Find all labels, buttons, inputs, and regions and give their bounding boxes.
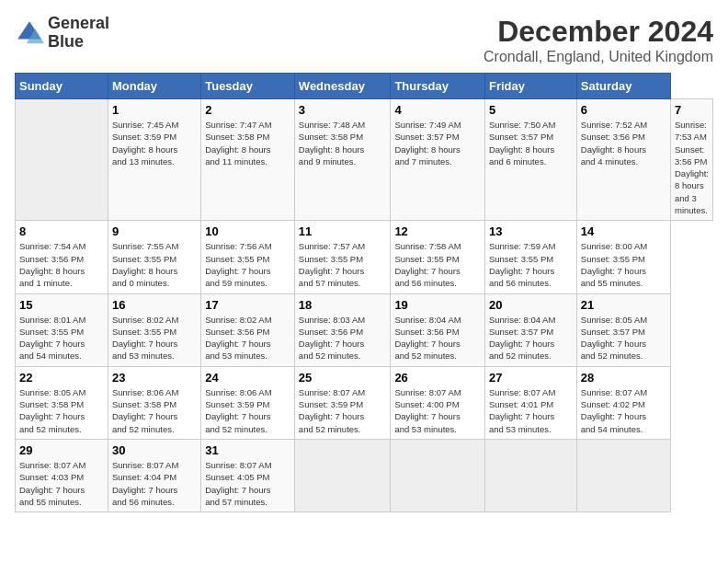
calendar-cell: 9Sunrise: 7:55 AMSunset: 3:55 PMDaylight…	[108, 221, 200, 293]
calendar-cell: 13Sunrise: 7:59 AMSunset: 3:55 PMDayligh…	[484, 221, 576, 293]
calendar-body: 1Sunrise: 7:45 AMSunset: 3:59 PMDaylight…	[16, 99, 713, 512]
day-number: 24	[205, 371, 290, 385]
day-info: Sunrise: 7:56 AMSunset: 3:55 PMDaylight:…	[205, 240, 290, 289]
calendar-cell: 1Sunrise: 7:45 AMSunset: 3:59 PMDaylight…	[108, 99, 200, 221]
logo-icon	[15, 18, 44, 48]
day-info: Sunrise: 7:59 AMSunset: 3:55 PMDaylight:…	[489, 240, 573, 289]
calendar-cell: 16Sunrise: 8:02 AMSunset: 3:55 PMDayligh…	[108, 293, 200, 366]
day-number: 16	[112, 298, 197, 312]
day-number: 22	[19, 371, 104, 385]
day-number: 4	[394, 103, 481, 117]
calendar-cell	[576, 439, 670, 511]
day-number: 8	[19, 224, 104, 238]
day-number: 14	[581, 224, 666, 238]
day-number: 7	[675, 103, 709, 117]
day-number: 18	[299, 298, 387, 312]
calendar-week-3: 15Sunrise: 8:01 AMSunset: 3:55 PMDayligh…	[16, 293, 713, 366]
calendar-cell: 12Sunrise: 7:58 AMSunset: 3:55 PMDayligh…	[391, 221, 485, 293]
day-number: 17	[205, 298, 290, 312]
day-number: 10	[205, 224, 290, 238]
day-info: Sunrise: 8:04 AMSunset: 3:57 PMDaylight:…	[489, 314, 573, 362]
day-number: 27	[489, 371, 573, 385]
calendar-cell: 14Sunrise: 8:00 AMSunset: 3:55 PMDayligh…	[576, 221, 670, 293]
day-info: Sunrise: 8:05 AMSunset: 3:58 PMDaylight:…	[19, 386, 104, 435]
day-number: 9	[112, 224, 197, 238]
subtitle: Crondall, England, United Kingdom	[483, 49, 713, 65]
calendar-cell: 31Sunrise: 8:07 AMSunset: 4:05 PMDayligh…	[201, 439, 295, 511]
day-number: 28	[581, 371, 666, 385]
day-number: 13	[489, 224, 573, 238]
header-day-tuesday: Tuesday	[201, 74, 295, 99]
calendar-cell: 28Sunrise: 8:07 AMSunset: 4:02 PMDayligh…	[576, 366, 670, 439]
day-number: 25	[299, 371, 387, 385]
logo-text: General Blue	[48, 15, 109, 52]
calendar-cell	[484, 439, 576, 511]
day-number: 20	[489, 298, 573, 312]
logo: General Blue	[15, 15, 109, 52]
day-info: Sunrise: 7:55 AMSunset: 3:55 PMDaylight:…	[112, 240, 197, 289]
day-info: Sunrise: 7:48 AMSunset: 3:58 PMDaylight:…	[299, 119, 387, 167]
calendar-cell	[391, 439, 485, 511]
day-info: Sunrise: 7:54 AMSunset: 3:56 PMDaylight:…	[19, 240, 104, 289]
day-info: Sunrise: 8:06 AMSunset: 3:58 PMDaylight:…	[112, 386, 197, 435]
main-title: December 2024	[483, 15, 713, 49]
day-info: Sunrise: 7:47 AMSunset: 3:58 PMDaylight:…	[205, 119, 290, 167]
calendar-cell: 15Sunrise: 8:01 AMSunset: 3:55 PMDayligh…	[16, 293, 108, 366]
calendar-cell: 3Sunrise: 7:48 AMSunset: 3:58 PMDaylight…	[294, 99, 391, 221]
calendar-cell	[16, 99, 108, 221]
calendar-cell: 7Sunrise: 7:53 AMSunset: 3:56 PMDaylight…	[670, 99, 712, 221]
day-info: Sunrise: 7:50 AMSunset: 3:57 PMDaylight:…	[489, 119, 573, 167]
calendar-cell: 29Sunrise: 8:07 AMSunset: 4:03 PMDayligh…	[16, 439, 108, 511]
calendar-cell: 8Sunrise: 7:54 AMSunset: 3:56 PMDaylight…	[16, 221, 108, 293]
header-day-sunday: Sunday	[16, 74, 108, 99]
title-block: December 2024 Crondall, England, United …	[483, 15, 713, 65]
day-number: 29	[19, 443, 104, 457]
day-info: Sunrise: 8:02 AMSunset: 3:56 PMDaylight:…	[205, 314, 290, 362]
day-number: 6	[581, 103, 666, 117]
calendar-week-2: 8Sunrise: 7:54 AMSunset: 3:56 PMDaylight…	[16, 221, 713, 293]
day-info: Sunrise: 8:06 AMSunset: 3:59 PMDaylight:…	[205, 386, 290, 435]
header-day-saturday: Saturday	[576, 74, 670, 99]
day-number: 19	[394, 298, 481, 312]
calendar-cell: 10Sunrise: 7:56 AMSunset: 3:55 PMDayligh…	[201, 221, 295, 293]
day-info: Sunrise: 8:03 AMSunset: 3:56 PMDaylight:…	[299, 314, 387, 362]
calendar-cell: 17Sunrise: 8:02 AMSunset: 3:56 PMDayligh…	[201, 293, 295, 366]
day-info: Sunrise: 8:07 AMSunset: 4:01 PMDaylight:…	[489, 386, 573, 435]
day-info: Sunrise: 8:07 AMSunset: 4:03 PMDaylight:…	[19, 459, 104, 508]
header-day-thursday: Thursday	[391, 74, 485, 99]
header-day-wednesday: Wednesday	[294, 74, 391, 99]
day-info: Sunrise: 8:00 AMSunset: 3:55 PMDaylight:…	[581, 240, 666, 289]
calendar-cell: 30Sunrise: 8:07 AMSunset: 4:04 PMDayligh…	[108, 439, 200, 511]
calendar-cell: 25Sunrise: 8:07 AMSunset: 3:59 PMDayligh…	[294, 366, 391, 439]
day-info: Sunrise: 8:07 AMSunset: 4:02 PMDaylight:…	[581, 386, 666, 435]
day-number: 21	[581, 298, 666, 312]
day-info: Sunrise: 8:05 AMSunset: 3:57 PMDaylight:…	[581, 314, 666, 362]
header-day-friday: Friday	[484, 74, 576, 99]
day-number: 1	[112, 103, 197, 117]
day-number: 11	[299, 224, 387, 238]
calendar-cell	[294, 439, 391, 511]
day-info: Sunrise: 8:02 AMSunset: 3:55 PMDaylight:…	[112, 314, 197, 362]
calendar-table: SundayMondayTuesdayWednesdayThursdayFrid…	[15, 73, 713, 512]
day-number: 31	[205, 443, 290, 457]
calendar-cell: 21Sunrise: 8:05 AMSunset: 3:57 PMDayligh…	[576, 293, 670, 366]
day-info: Sunrise: 7:49 AMSunset: 3:57 PMDaylight:…	[394, 119, 481, 167]
calendar-cell: 20Sunrise: 8:04 AMSunset: 3:57 PMDayligh…	[484, 293, 576, 366]
day-info: Sunrise: 8:07 AMSunset: 3:59 PMDaylight:…	[299, 386, 387, 435]
calendar-header-row: SundayMondayTuesdayWednesdayThursdayFrid…	[16, 74, 713, 99]
day-info: Sunrise: 7:53 AMSunset: 3:56 PMDaylight:…	[675, 119, 709, 216]
calendar-cell: 19Sunrise: 8:04 AMSunset: 3:56 PMDayligh…	[391, 293, 485, 366]
day-number: 26	[394, 371, 481, 385]
calendar-week-1: 1Sunrise: 7:45 AMSunset: 3:59 PMDaylight…	[16, 99, 713, 221]
day-number: 3	[299, 103, 387, 117]
day-number: 23	[112, 371, 197, 385]
calendar-cell: 22Sunrise: 8:05 AMSunset: 3:58 PMDayligh…	[16, 366, 108, 439]
day-info: Sunrise: 8:07 AMSunset: 4:05 PMDaylight:…	[205, 459, 290, 508]
calendar-cell: 6Sunrise: 7:52 AMSunset: 3:56 PMDaylight…	[576, 99, 670, 221]
day-info: Sunrise: 8:07 AMSunset: 4:00 PMDaylight:…	[394, 386, 481, 435]
day-info: Sunrise: 8:01 AMSunset: 3:55 PMDaylight:…	[19, 314, 104, 362]
calendar-cell: 26Sunrise: 8:07 AMSunset: 4:00 PMDayligh…	[391, 366, 485, 439]
day-number: 5	[489, 103, 573, 117]
header-day-monday: Monday	[108, 74, 200, 99]
header: General Blue December 2024 Crondall, Eng…	[15, 15, 713, 65]
